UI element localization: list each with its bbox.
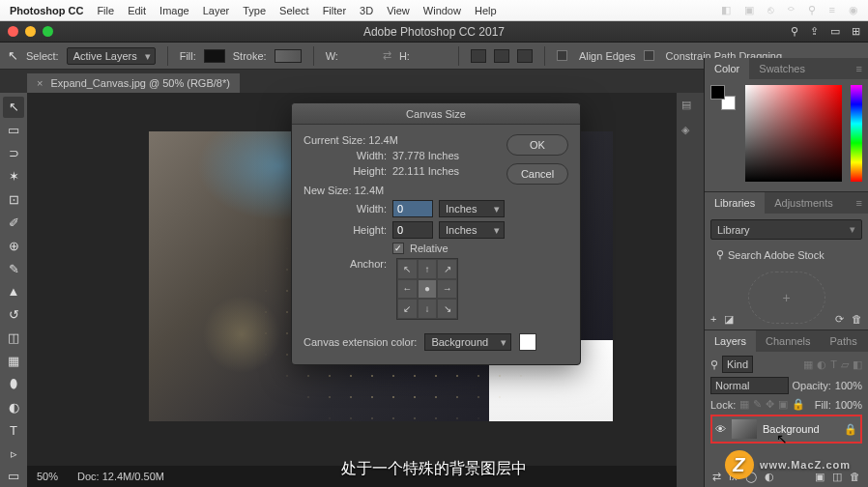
workspace-icon[interactable]: ⊞: [852, 25, 860, 38]
constrain-checkbox[interactable]: [644, 50, 654, 61]
layer-name[interactable]: Background: [763, 423, 820, 435]
opacity-value[interactable]: 100%: [835, 380, 862, 391]
anchor-s[interactable]: ↓: [418, 299, 438, 319]
lock-paint-icon[interactable]: ✎: [753, 398, 762, 411]
library-search[interactable]: ⚲Search Adobe Stock: [710, 245, 862, 264]
document-tab[interactable]: × Expand_Canvas.jpg @ 50% (RGB/8*): [27, 73, 240, 93]
visibility-icon[interactable]: 👁: [715, 423, 726, 435]
menu-window[interactable]: Window: [423, 5, 461, 16]
status-icon[interactable]: ▣: [744, 4, 754, 16]
menu-3d[interactable]: 3D: [360, 5, 373, 16]
dodge-tool[interactable]: ◐: [3, 396, 24, 417]
properties-panel-icon[interactable]: ◈: [681, 124, 699, 139]
blur-tool[interactable]: ⬮: [3, 374, 24, 395]
menu-help[interactable]: Help: [475, 5, 497, 16]
minimize-button[interactable]: [25, 26, 36, 37]
stroke-swatch[interactable]: [275, 49, 302, 63]
panel-menu-icon[interactable]: ≡: [851, 197, 868, 209]
menu-image[interactable]: Image: [159, 5, 189, 16]
quick-select-tool[interactable]: ✶: [3, 166, 24, 187]
app-name[interactable]: Photoshop CC: [10, 5, 83, 16]
width-unit-dropdown[interactable]: Inches: [439, 200, 505, 217]
move-tool-icon[interactable]: ↖: [8, 48, 18, 63]
tab-channels[interactable]: Channels: [756, 330, 820, 352]
filter-icon[interactable]: ⚲: [710, 358, 718, 371]
link-icon[interactable]: ⇄: [712, 471, 721, 483]
history-brush-tool[interactable]: ↺: [3, 304, 24, 326]
width-input[interactable]: 0: [392, 200, 433, 217]
stamp-tool[interactable]: ▲: [3, 281, 24, 302]
lock-trans-icon[interactable]: ▦: [739, 398, 749, 411]
anchor-n[interactable]: ↑: [418, 259, 438, 279]
menu-layer[interactable]: Layer: [203, 5, 230, 16]
move-tool[interactable]: ↖: [3, 97, 24, 118]
align-edges-checkbox[interactable]: [557, 50, 567, 61]
zoom-level[interactable]: 50%: [37, 471, 58, 482]
tab-libraries[interactable]: Libraries: [705, 192, 765, 214]
gradient-tool[interactable]: ▦: [3, 351, 24, 372]
marquee-tool[interactable]: ▭: [3, 120, 24, 141]
extension-swatch[interactable]: [519, 333, 536, 351]
menu-view[interactable]: View: [387, 5, 410, 16]
close-button[interactable]: [8, 26, 18, 37]
lock-all-icon[interactable]: 🔒: [792, 398, 805, 411]
anchor-ne[interactable]: ↗: [437, 259, 457, 279]
tab-adjustments[interactable]: Adjustments: [765, 192, 843, 214]
anchor-e[interactable]: →: [437, 279, 457, 300]
menu-filter[interactable]: Filter: [323, 5, 346, 16]
menu-icon[interactable]: ≡: [829, 4, 835, 16]
dialog-titlebar[interactable]: Canvas Size: [292, 103, 580, 125]
cancel-button[interactable]: Cancel: [506, 163, 568, 185]
sync-icon[interactable]: ⟳: [835, 313, 844, 326]
relative-checkbox[interactable]: ✓: [392, 243, 404, 254]
path-align-icon[interactable]: [494, 49, 509, 63]
anchor-w[interactable]: ←: [397, 279, 418, 300]
panel-menu-icon[interactable]: ≡: [851, 63, 868, 74]
history-panel-icon[interactable]: ▤: [681, 99, 699, 114]
filter-smart-icon[interactable]: ◧: [853, 358, 862, 371]
eraser-tool[interactable]: ◫: [3, 328, 24, 349]
filter-adjust-icon[interactable]: ◐: [817, 358, 826, 371]
anchor-grid[interactable]: ↖ ↑ ↗ ← ● → ↙ ↓ ↘: [396, 258, 458, 320]
menu-type[interactable]: Type: [243, 5, 266, 16]
trash-icon[interactable]: 🗑: [852, 313, 862, 326]
path-tool[interactable]: ▹: [3, 443, 24, 464]
fill-swatch[interactable]: [204, 49, 225, 63]
menu-file[interactable]: File: [97, 5, 114, 16]
anchor-nw[interactable]: ↖: [397, 259, 418, 279]
blend-mode-dropdown[interactable]: Normal: [710, 377, 789, 394]
lock-art-icon[interactable]: ▣: [778, 398, 788, 411]
tab-color[interactable]: Color: [705, 58, 749, 79]
heal-tool[interactable]: ⊕: [3, 235, 24, 256]
lock-pos-icon[interactable]: ✥: [766, 398, 774, 411]
status-icon[interactable]: ⎋: [767, 4, 774, 16]
path-op-icon[interactable]: [471, 49, 486, 63]
frame-icon[interactable]: ▭: [830, 25, 840, 38]
filter-type-icon[interactable]: T: [830, 358, 837, 370]
extension-dropdown[interactable]: Background: [424, 333, 511, 351]
trash-icon[interactable]: 🗑: [850, 471, 860, 483]
wifi-icon[interactable]: ⌔: [788, 4, 795, 16]
tab-swatches[interactable]: Swatches: [749, 58, 815, 79]
search-icon[interactable]: ⚲: [808, 4, 816, 16]
anchor-center[interactable]: ●: [418, 279, 438, 300]
share-icon[interactable]: ⇪: [810, 25, 819, 38]
color-picker[interactable]: [745, 85, 842, 182]
anchor-sw[interactable]: ↙: [397, 299, 418, 319]
fg-bg-swatches[interactable]: [710, 85, 736, 110]
tab-layers[interactable]: Layers: [705, 330, 756, 352]
doc-info[interactable]: Doc: 12.4M/0.50M: [77, 471, 164, 482]
hue-slider[interactable]: [851, 85, 862, 182]
crop-tool[interactable]: ⊡: [3, 189, 24, 211]
eyedropper-tool[interactable]: ✐: [3, 212, 24, 233]
link-icon[interactable]: ⇄: [383, 49, 391, 62]
shape-tool[interactable]: ▭: [3, 466, 24, 487]
kind-dropdown[interactable]: Kind: [722, 356, 753, 373]
height-input[interactable]: 0: [392, 221, 433, 239]
fill-value[interactable]: 100%: [835, 399, 862, 411]
stock-icon[interactable]: ◪: [724, 313, 734, 326]
tab-paths[interactable]: Paths: [821, 330, 867, 352]
tab-close-icon[interactable]: ×: [37, 77, 43, 89]
type-tool[interactable]: T: [3, 419, 24, 441]
lasso-tool[interactable]: ⊃: [3, 143, 24, 164]
